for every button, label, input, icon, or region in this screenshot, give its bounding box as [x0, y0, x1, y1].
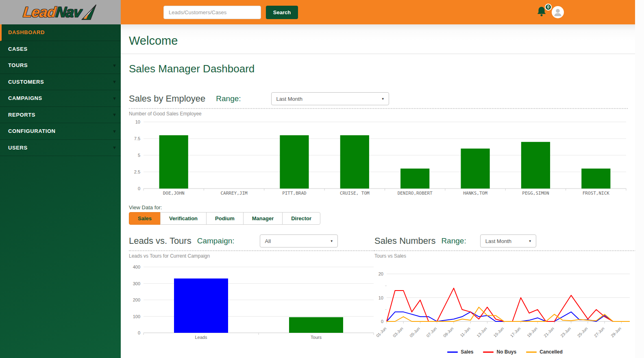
- range-label-sales-numbers: Range:: [441, 236, 466, 245]
- svg-text:03-Jun: 03-Jun: [392, 326, 404, 338]
- svg-text:20: 20: [379, 271, 383, 276]
- sidebar: LeadNav DASHBOARD CASES TOURS▾ CUSTOMERS…: [0, 0, 121, 358]
- svg-text:17-Jun: 17-Jun: [509, 326, 521, 338]
- legend-label-cancelled: Cancelled: [540, 349, 563, 355]
- svg-text:300: 300: [133, 281, 140, 286]
- legend-swatch-sales: [447, 351, 458, 353]
- caret-down-icon: ▼: [529, 239, 532, 243]
- chevron-down-icon: ▾: [113, 63, 116, 68]
- user-avatar[interactable]: [552, 6, 564, 18]
- leads-vs-tours-section: Leads vs. Tours Campaign: All ▼ Leads vs…: [129, 234, 374, 355]
- dashboard-title-block: Sales Manager Dashboard: [121, 54, 635, 77]
- page-title: Sales Manager Dashboard: [129, 63, 627, 75]
- svg-text:PEGG,SIMON: PEGG,SIMON: [522, 191, 549, 196]
- legend-item-sales: Sales: [447, 349, 473, 355]
- sidebar-item-dashboard[interactable]: DASHBOARD: [0, 24, 121, 41]
- svg-text:7.5: 7.5: [134, 136, 140, 141]
- section-divider: [129, 108, 628, 109]
- svg-text:09-Jun: 09-Jun: [442, 326, 454, 338]
- sidebar-item-label: TOURS: [8, 62, 28, 68]
- section-title-sales-by-employee: Sales by Employee: [129, 93, 205, 104]
- sidebar-item-campaigns[interactable]: CAMPAIGNS▾: [0, 90, 121, 107]
- sales-by-employee-header: Sales by Employee Range: Last Month ▼: [129, 92, 628, 105]
- bottom-charts-row: Leads vs. Tours Campaign: All ▼ Leads vs…: [129, 234, 628, 355]
- sidebar-item-users[interactable]: USERS▾: [0, 140, 121, 156]
- svg-text:23-Jun: 23-Jun: [560, 326, 572, 338]
- sales-by-employee-chart: 02.557.510DOE,JOHNCARREY,JIMPITT,BRADCRU…: [129, 118, 628, 201]
- sidebar-item-label: CAMPAIGNS: [8, 95, 42, 101]
- tab-director[interactable]: Director: [282, 212, 320, 225]
- svg-text:11-Jun: 11-Jun: [459, 326, 471, 338]
- sidebar-item-label: CONFIGURATION: [8, 128, 56, 134]
- tab-sales[interactable]: Sales: [129, 212, 161, 225]
- topbar-right-cluster: 0: [535, 0, 564, 24]
- notification-count-badge: 0: [545, 4, 552, 11]
- search-button[interactable]: Search: [266, 6, 298, 19]
- welcome-heading: Welcome: [129, 34, 627, 48]
- range-select-sales-numbers-value: Last Month: [485, 238, 511, 244]
- sales-numbers-section: Sales Numbers Range: Last Month ▼ Tours …: [374, 234, 635, 355]
- svg-text:07-Jun: 07-Jun: [426, 326, 437, 338]
- section-divider: [374, 250, 635, 251]
- chevron-down-icon: ▾: [113, 79, 116, 85]
- svg-text:01-Jun: 01-Jun: [375, 326, 387, 338]
- tab-verification[interactable]: Verification: [160, 212, 207, 225]
- range-select-employee[interactable]: Last Month ▼: [271, 92, 389, 105]
- sidebar-item-customers[interactable]: CUSTOMERS▾: [0, 74, 121, 91]
- range-label: Range:: [216, 94, 241, 103]
- app-root: LeadNav DASHBOARD CASES TOURS▾ CUSTOMERS…: [0, 0, 644, 358]
- sidebar-item-tours[interactable]: TOURS▾: [0, 57, 121, 74]
- brand-logo[interactable]: LeadNav: [0, 0, 121, 24]
- range-select-employee-value: Last Month: [276, 96, 302, 102]
- legend-swatch-cancelled: [526, 351, 537, 353]
- sidebar-item-cases[interactable]: CASES: [0, 41, 121, 58]
- tab-manager[interactable]: Manager: [243, 212, 283, 225]
- compass-arrow-icon: [80, 3, 98, 21]
- svg-text:0: 0: [381, 319, 383, 324]
- campaign-select[interactable]: All ▼: [260, 234, 338, 247]
- sidebar-nav: DASHBOARD CASES TOURS▾ CUSTOMERS▾ CAMPAI…: [0, 24, 121, 156]
- svg-text:27-Jun: 27-Jun: [593, 326, 605, 338]
- legend-swatch-no-buys: [483, 351, 494, 353]
- sales-numbers-header: Sales Numbers Range: Last Month ▼: [374, 234, 635, 247]
- svg-text:HANKS,TOM: HANKS,TOM: [463, 191, 487, 196]
- notifications-button[interactable]: 0: [535, 5, 549, 19]
- welcome-section: Welcome: [121, 24, 635, 54]
- dashboard-panel: Sales by Employee Range: Last Month ▼ Nu…: [121, 92, 635, 355]
- chevron-down-icon: ▾: [113, 128, 116, 134]
- employee-chart-subtitle: Number of Good Sales Employee: [129, 111, 628, 117]
- brand-logo-text: LeadNav: [22, 4, 82, 21]
- svg-text:15-Jun: 15-Jun: [493, 326, 505, 338]
- svg-text:0: 0: [138, 186, 140, 191]
- section-title-leads-vs-tours: Leads vs. Tours: [129, 236, 191, 246]
- sidebar-item-configuration[interactable]: CONFIGURATION▾: [0, 123, 121, 140]
- svg-text:5: 5: [138, 153, 140, 158]
- legend-item-no-buys: No Buys: [483, 349, 516, 355]
- leads-tours-chart-subtitle: Leads vs Tours for Current Campaign: [129, 253, 374, 259]
- legend-item-cancelled: Cancelled: [526, 349, 563, 355]
- svg-text:13-Jun: 13-Jun: [476, 326, 487, 338]
- svg-text:29-Jun: 29-Jun: [610, 326, 622, 338]
- svg-text:DENIRO,ROBERT: DENIRO,ROBERT: [398, 191, 433, 196]
- search-input[interactable]: [163, 6, 261, 19]
- range-select-sales-numbers[interactable]: Last Month ▼: [480, 234, 536, 247]
- svg-text:10: 10: [379, 295, 383, 300]
- sidebar-item-label: CUSTOMERS: [8, 79, 44, 85]
- svg-text:2.5: 2.5: [134, 169, 140, 174]
- right-gutter: [635, 0, 644, 358]
- svg-text:21-Jun: 21-Jun: [543, 326, 555, 338]
- chevron-down-icon: ▾: [113, 145, 116, 150]
- top-header-bar: Search 0: [121, 0, 635, 24]
- sidebar-item-label: USERS: [8, 145, 28, 151]
- sales-numbers-chart: 0102001-Jun03-Jun05-Jun07-Jun09-Jun11-Ju…: [374, 260, 635, 348]
- sidebar-item-reports[interactable]: REPORTS▾: [0, 107, 121, 124]
- tab-podium[interactable]: Podium: [206, 212, 244, 225]
- caret-down-icon: ▼: [330, 239, 333, 243]
- svg-text:100: 100: [133, 314, 140, 319]
- svg-text:FROST,NICK: FROST,NICK: [583, 191, 610, 196]
- sidebar-item-label: REPORTS: [8, 112, 35, 118]
- legend-label-no-buys: No Buys: [496, 349, 516, 355]
- svg-text:05-Jun: 05-Jun: [409, 326, 420, 338]
- legend-label-sales: Sales: [461, 349, 473, 355]
- view-data-tab-group: Sales Verification Podium Manager Direct…: [129, 212, 320, 225]
